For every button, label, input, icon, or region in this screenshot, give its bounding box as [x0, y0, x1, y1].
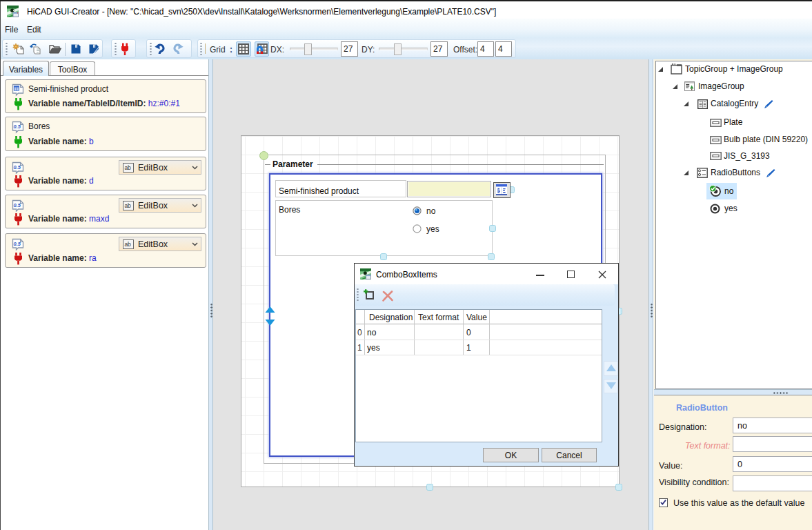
svg-text:0.5: 0.5	[14, 241, 21, 247]
svg-text:ab: ab	[124, 202, 131, 209]
svg-text:0.5: 0.5	[14, 202, 21, 208]
svg-text:0.5: 0.5	[14, 164, 21, 170]
svg-text:ab: ab	[124, 241, 131, 248]
svg-text:0.5: 0.5	[14, 124, 21, 130]
svg-text:ab: ab	[124, 164, 131, 171]
